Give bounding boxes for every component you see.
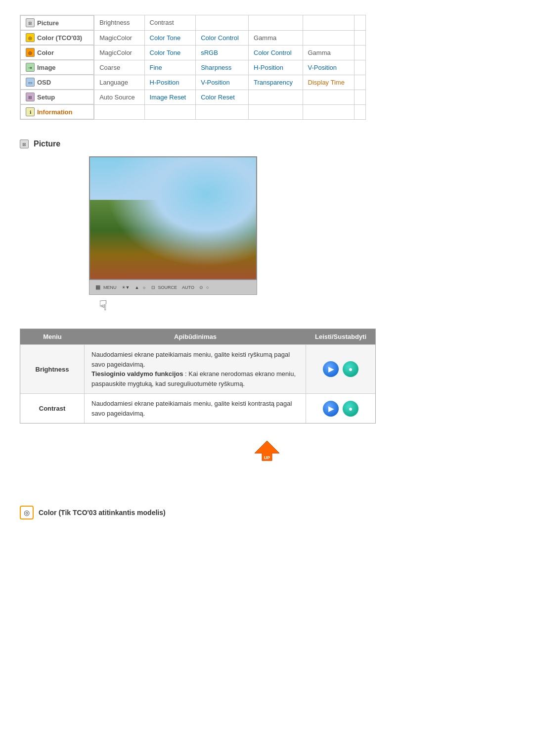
monitor-screen [89, 156, 257, 280]
info-menu-0: Brightness [20, 345, 85, 393]
up-arrow-svg: UP [252, 438, 282, 463]
auto-label: AUTO [182, 285, 194, 290]
navigation-table: ⊠PictureBrightnessContrast◎Color (TCO'03… [20, 15, 366, 120]
info-table: Meniu Apibūdinimas Leisti/Sustabdyti Bri… [20, 329, 376, 424]
nav-cell-1-5 [354, 30, 365, 45]
nav-cell-3-1: Fine [144, 60, 196, 75]
nav-cell-5-1: Image Reset [144, 90, 196, 104]
nav-cell-5-0: Auto Source [94, 90, 144, 104]
nav-cell-5-2: Color Reset [196, 90, 249, 104]
nav-cell-2-3: Color Control [249, 45, 303, 60]
nav-label-color: Color [37, 49, 54, 56]
source-group: ⊡ SOURCE [151, 285, 178, 290]
nav-cell-4-4: Display Time [303, 75, 354, 90]
up-button-container[interactable]: UP [20, 438, 514, 466]
setup-icon: ⊞ [26, 93, 35, 101]
nav-cell-6-3 [249, 104, 303, 120]
up-arrow: ▲ [134, 285, 139, 290]
nav-cell-3-3: H-Position [249, 60, 303, 75]
color-icon-symbol: ◎ [24, 509, 30, 517]
info-desc-0: Naudodamiesi ekrane pateikiamais meniu, … [85, 345, 306, 393]
info-icon: ℹ [26, 107, 35, 116]
menu-label: MENU [103, 285, 117, 290]
nav-row-setup: ⊞Setup [20, 90, 94, 104]
bottom-section: ◎ Color (Tik TCO'03 atitinkantis modelis… [20, 506, 514, 520]
nav-cell-2-5 [354, 45, 365, 60]
info-table-header: Meniu Apibūdinimas Leisti/Sustabdyti [20, 329, 375, 344]
nav-cell-0-5 [354, 15, 365, 31]
header-col1: Meniu [20, 329, 85, 344]
menu-button-group: ▦ MENU [95, 284, 117, 290]
nav-cell-4-5 [354, 75, 365, 90]
nav-cell-4-3: Transparency [249, 75, 303, 90]
picture-icon: ⊠ [26, 18, 35, 27]
up-button[interactable]: UP [252, 438, 282, 466]
nav-cell-3-2: Sharpness [196, 60, 249, 75]
color-section-label: Color (Tik TCO'03 atitinkantis modelis) [39, 509, 166, 517]
power-icon: ⊙ [199, 285, 203, 290]
nav-cell-4-0: Language [94, 75, 144, 90]
nav-cell-3-4: V-Position [303, 60, 354, 75]
nav-cell-0-0: Brightness [94, 15, 144, 31]
nav-cell-1-1: Color Tone [144, 30, 196, 45]
hand-pointer: ☟ [99, 297, 514, 314]
nav-cell-4-2: V-Position [196, 75, 249, 90]
nav-label-setup: Setup [37, 94, 55, 101]
extra-controls: ⊙ ○ [199, 285, 209, 290]
stop-button-0[interactable]: ● [343, 361, 358, 377]
info-btns-0: ▶● [306, 345, 375, 393]
nav-cell-1-4 [303, 30, 354, 45]
nav-row-osd: ▭OSD [20, 75, 94, 90]
header-col3: Leisti/Sustabdyti [306, 329, 375, 344]
picture-icon: ⊠ [20, 140, 29, 148]
play-button-0[interactable]: ▶ [323, 361, 339, 377]
nav-label-color-tco: Color (TCO'03) [37, 34, 82, 42]
info-desc-1: Naudodamiesi ekrane pateikiamais meniu, … [85, 394, 306, 423]
nav-cell-3-5 [354, 60, 365, 75]
svg-text:UP: UP [264, 455, 270, 460]
header-col2: Apibūdinimas [85, 329, 306, 344]
nav-row-color: ◎Color [20, 45, 94, 60]
nav-cell-1-0: MagicColor [94, 30, 144, 45]
nav-cell-6-2 [196, 104, 249, 120]
nav-cell-6-5 [354, 104, 365, 120]
nav-row-image: ⇥Image [20, 60, 94, 75]
nav-cell-6-0 [94, 104, 144, 120]
nav-label-info: Information [37, 108, 73, 116]
info-btns-1: ▶● [306, 394, 375, 423]
nav-label-osd: OSD [37, 79, 51, 86]
garden-image [90, 157, 256, 279]
nav-cell-2-0: MagicColor [94, 45, 144, 60]
nav-cell-2-4: Gamma [303, 45, 354, 60]
osd-icon: ▭ [26, 78, 35, 87]
nav-cell-4-1: H-Position [144, 75, 196, 90]
nav-row-color-tco: ◎Color (TCO'03) [20, 30, 94, 45]
image-icon: ⇥ [26, 63, 35, 72]
color-icon: ◎ [26, 48, 35, 57]
nav-cell-0-4 [303, 15, 354, 31]
extra-icon: ○ [206, 285, 209, 290]
menu-icon-ctrl: ▦ [95, 284, 100, 290]
triangle-controls: ▲ ☼ [134, 285, 146, 290]
info-rows: BrightnessNaudodamiesi ekrane pateikiama… [20, 344, 375, 423]
nav-row-picture: ⊠Picture [20, 15, 94, 30]
nav-cell-5-3 [249, 90, 303, 104]
desc-bold-0: Tiesioginio valdymo funkcijos [91, 370, 183, 378]
nav-label-picture: Picture [37, 19, 59, 27]
stop-button-1[interactable]: ● [343, 401, 358, 417]
nav-cell-0-2 [196, 15, 249, 31]
nav-cell-0-1: Contrast [144, 15, 196, 31]
nav-cell-0-3 [249, 15, 303, 31]
nav-cell-5-4 [303, 90, 354, 104]
nav-cell-5-5 [354, 90, 365, 104]
info-row-0: BrightnessNaudodamiesi ekrane pateikiama… [20, 344, 375, 393]
play-button-1[interactable]: ▶ [323, 401, 339, 417]
monitor-controls: ▦ MENU ☀▼ ▲ ☼ ⊡ SOURCE AUTO ⊙ ○ [89, 280, 257, 295]
nav-cell-1-3: Gamma [249, 30, 303, 45]
nav-cell-2-1: Color Tone [144, 45, 196, 60]
nav-cell-2-2: sRGB [196, 45, 249, 60]
brightness-symbol: ☀▼ [122, 285, 130, 290]
color-section-icon: ◎ [20, 506, 34, 520]
source-icon: ⊡ [151, 285, 155, 290]
nav-row-info: ℹInformation [20, 104, 94, 119]
